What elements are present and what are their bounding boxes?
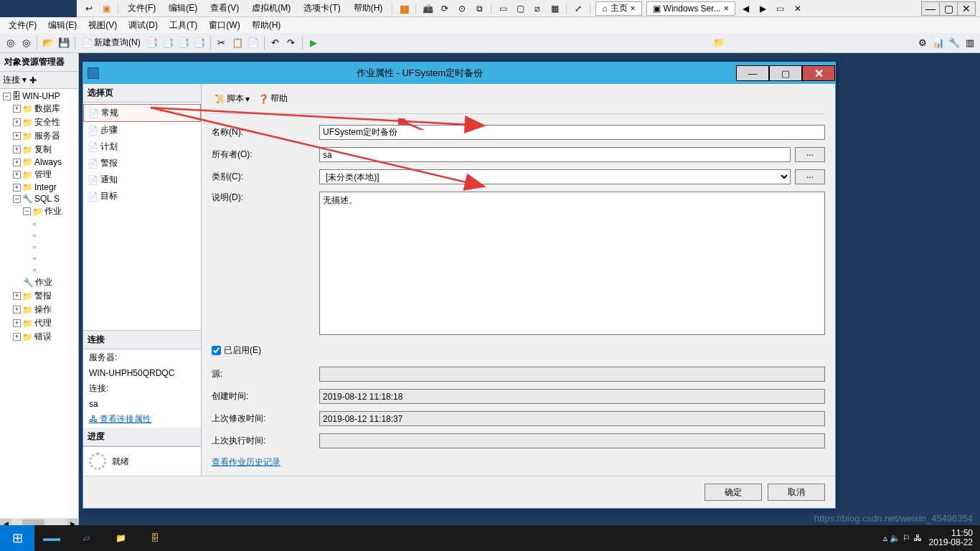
vm-menu-file[interactable]: 文件(F) [122, 1, 161, 16]
toolbar-icon[interactable]: 📑 [145, 36, 159, 50]
connect-dropdown[interactable]: 连接 ▾ [3, 74, 27, 86]
tray-icons[interactable]: ▵ 🔈 ⚐ 🖧 [883, 533, 922, 543]
nav-back-icon[interactable]: ◎ [3, 36, 17, 50]
cancel-button[interactable]: 取消 [768, 484, 825, 501]
owner-browse-button[interactable]: ... [795, 147, 825, 162]
owner-input[interactable] [319, 147, 791, 162]
save-icon[interactable]: 💾 [57, 36, 71, 50]
powershell-taskbar-icon[interactable]: ▱ [69, 525, 103, 551]
cut-icon[interactable]: ✂ [215, 36, 229, 50]
home-tab[interactable]: ⌂ 主页 × [595, 1, 641, 16]
paste-icon[interactable]: 📄 [246, 36, 260, 50]
ssms-tools[interactable]: 工具(T) [164, 18, 203, 33]
vm-menu-edit[interactable]: 编辑(E) [163, 1, 203, 16]
toolbar-icon[interactable]: ▭ [774, 2, 787, 15]
toolbar-icon[interactable]: 📊 [931, 36, 946, 50]
toolbar-icon[interactable]: ✕ [791, 2, 804, 15]
layout-icon[interactable]: ▦ [548, 2, 561, 15]
undo-icon[interactable]: ↶ [268, 36, 283, 50]
new-query-button[interactable]: 📄 新建查询(N) [79, 35, 143, 50]
dialog-close-button[interactable]: ✕ [802, 65, 835, 81]
open-icon[interactable]: 📂 [41, 36, 55, 50]
ssms-taskbar-icon[interactable]: 🗄 [138, 525, 172, 551]
minimize-button[interactable]: — [921, 1, 940, 16]
dialog-titlebar[interactable]: 作业属性 - UFSystem定时备份 — ▢ ✕ [83, 62, 835, 84]
copy-icon[interactable]: 📋 [230, 36, 245, 50]
toolbar-icon[interactable]: ⟳ [438, 2, 451, 15]
expand-icon[interactable]: + [13, 292, 21, 300]
layout-icon[interactable]: ▭ [496, 2, 509, 15]
toolbar-icon[interactable]: 📑 [161, 36, 175, 50]
windows-server-tab[interactable]: ▣ Windows Ser... × [646, 1, 735, 16]
toolbar-icon[interactable]: ⊙ [456, 2, 468, 15]
ssms-help[interactable]: 帮助(H) [246, 18, 287, 33]
script-button[interactable]: 📜 脚本 ▾ [212, 91, 253, 106]
vm-menu-tab[interactable]: 选项卡(T) [298, 1, 346, 16]
dialog-maximize-button[interactable]: ▢ [769, 65, 802, 81]
page-notifications[interactable]: 📄通知 [83, 171, 201, 188]
expand-icon[interactable]: + [13, 118, 21, 126]
expand-icon[interactable]: + [13, 306, 21, 314]
system-tray[interactable]: ▵ 🔈 ⚐ 🖧 11:50 2019-08-22 [876, 529, 980, 547]
nav-fwd-icon[interactable]: ◎ [19, 36, 33, 50]
back-icon[interactable]: ↩ [83, 2, 95, 15]
expand-icon[interactable]: + [13, 333, 21, 341]
page-alerts[interactable]: 📄警报 [83, 155, 201, 171]
object-tree[interactable]: −🗄 WIN-UHP +📁 数据库 +📁 安全性 +📁 服务器 +📁 复制 +📁… [0, 89, 78, 345]
execute-icon[interactable]: ▶ [306, 36, 321, 50]
vm-icon[interactable]: ▣ [100, 2, 113, 15]
ssms-edit[interactable]: 编辑(E) [42, 18, 83, 33]
description-textarea[interactable]: 无描述。 [319, 192, 825, 335]
vm-menu-help[interactable]: 帮助(H) [348, 1, 389, 16]
ssms-file[interactable]: 文件(F) [3, 18, 42, 33]
toolbar-icon[interactable]: 🔧 [947, 36, 961, 50]
toolbar-icon[interactable]: 📠 [421, 2, 434, 15]
prev-tab-icon[interactable]: ◀ [740, 2, 753, 15]
page-steps[interactable]: 📄步骤 [83, 122, 201, 138]
next-tab-icon[interactable]: ▶ [757, 2, 770, 15]
ok-button[interactable]: 确定 [705, 484, 762, 501]
expand-icon[interactable]: + [13, 171, 21, 179]
layout-icon[interactable]: ▢ [514, 2, 527, 15]
page-general[interactable]: 📄常规 [83, 104, 201, 122]
collapse-icon[interactable]: − [23, 207, 31, 215]
expand-icon[interactable]: + [13, 159, 21, 166]
expand-icon[interactable]: + [13, 146, 21, 154]
pause-icon[interactable]: ▮▮ [397, 2, 410, 15]
maximize-button[interactable]: ▢ [939, 1, 958, 16]
expand-icon[interactable]: + [13, 319, 21, 327]
page-targets[interactable]: 📄目标 [83, 188, 201, 204]
start-button[interactable]: ⊞ [0, 525, 34, 551]
expand-icon[interactable]: + [13, 132, 21, 140]
toolbar-icon[interactable]: ▥ [963, 36, 977, 50]
layout-icon[interactable]: ⧄ [531, 2, 544, 15]
ssms-window[interactable]: 窗口(W) [203, 18, 245, 33]
toolbar-icon[interactable]: ⚙ [915, 36, 930, 50]
view-connection-link[interactable]: 🖧 查看连接属性 [83, 411, 157, 428]
vm-menu-vm[interactable]: 虚拟机(M) [246, 1, 296, 16]
name-input[interactable] [319, 125, 825, 140]
help-button[interactable]: ❓ 帮助 [255, 91, 291, 106]
collapse-icon[interactable]: − [13, 195, 21, 203]
close-button[interactable]: ✕ [957, 1, 976, 16]
taskview-button[interactable]: ▬▬ [34, 525, 69, 551]
expand-icon[interactable]: + [13, 105, 21, 113]
dialog-minimize-button[interactable]: — [736, 65, 769, 81]
toolbar-icon[interactable]: 📁 [712, 36, 726, 50]
category-browse-button[interactable]: ... [795, 169, 825, 184]
explorer-taskbar-icon[interactable]: 📁 [103, 525, 138, 551]
enabled-checkbox[interactable]: 已启用(E) [212, 344, 261, 357]
view-history-link[interactable]: 查看作业历史记录 [212, 456, 825, 468]
redo-icon[interactable]: ↷ [284, 36, 298, 50]
vm-menu-view[interactable]: 查看(V) [204, 1, 245, 16]
toolbar-icon[interactable]: ⤢ [572, 2, 585, 15]
toolbar-icon[interactable]: ✚ [29, 75, 37, 85]
toolbar-icon[interactable]: 📑 [192, 36, 207, 50]
toolbar-icon[interactable]: 📑 [176, 36, 191, 50]
expand-icon[interactable]: + [13, 184, 21, 192]
ssms-debug[interactable]: 调试(D) [123, 18, 164, 33]
collapse-icon[interactable]: − [3, 93, 11, 100]
ssms-view[interactable]: 视图(V) [83, 18, 123, 33]
page-schedule[interactable]: 📄计划 [83, 138, 201, 155]
toolbar-icon[interactable]: ⧉ [473, 2, 486, 15]
